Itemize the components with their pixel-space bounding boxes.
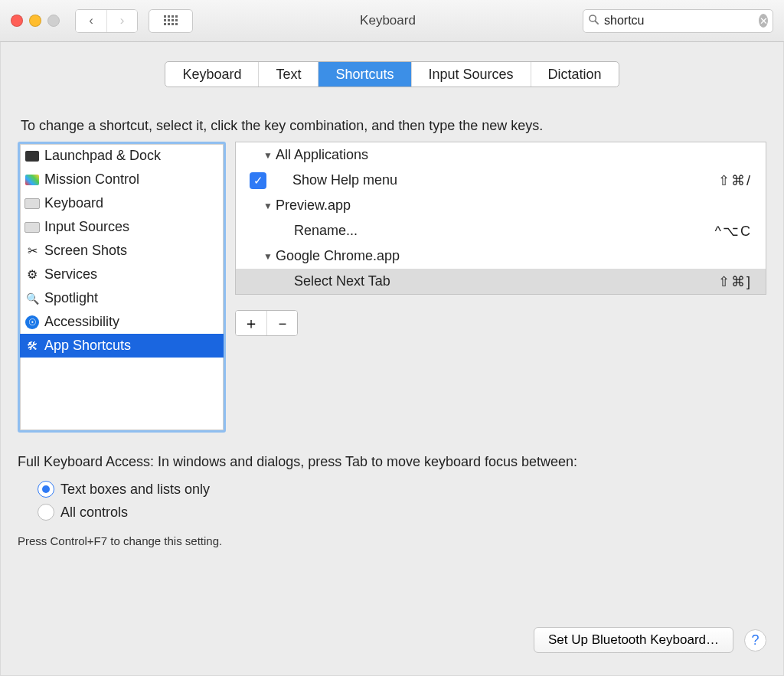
close-window-button[interactable] — [11, 15, 23, 27]
grid-icon — [164, 15, 178, 26]
sidebar-item-label: Keyboard — [44, 195, 103, 211]
sidebar-item-label: Input Sources — [44, 219, 129, 235]
svg-rect-8 — [164, 23, 166, 25]
shortcut-label: Show Help menu — [292, 172, 718, 188]
shortcut-list[interactable]: ▼All Applications✓Show Help menu⇧⌘/▼Prev… — [235, 142, 766, 295]
tab-input-sources[interactable]: Input Sources — [411, 62, 531, 87]
sidebar-item-screen-shots[interactable]: ✂︎Screen Shots — [20, 239, 224, 263]
mission-control-icon — [24, 172, 40, 188]
tab-dictation[interactable]: Dictation — [531, 62, 619, 87]
sidebar-item-spotlight[interactable]: 🔍Spotlight — [20, 286, 224, 310]
instructions-text: To change a shortcut, select it, click t… — [21, 118, 763, 134]
group-name: Preview.app — [276, 198, 351, 214]
launchpad-dock-icon — [24, 149, 40, 164]
svg-rect-11 — [175, 23, 178, 25]
radio-label: All controls — [60, 505, 128, 521]
window: ‹ › Keyboard ✕ — [0, 0, 784, 676]
checkbox[interactable]: ✓ — [250, 172, 266, 189]
sidebar-item-label: Spotlight — [44, 290, 98, 306]
pref-tabbar: KeyboardTextShortcutsInput SourcesDictat… — [165, 61, 619, 87]
shortcut-keys: ^⌥C — [715, 223, 752, 240]
content-pane: KeyboardTextShortcutsInput SourcesDictat… — [18, 61, 766, 653]
shortcut-keys: ⇧⌘/ — [718, 172, 752, 189]
remove-shortcut-button[interactable]: － — [266, 311, 297, 335]
svg-rect-0 — [164, 15, 166, 18]
shortcut-label: Select Next Tab — [294, 273, 718, 289]
minus-icon: － — [275, 315, 290, 331]
footer: Set Up Bluetooth Keyboard… ? — [18, 616, 766, 653]
disclosure-triangle-icon: ▼ — [263, 150, 273, 161]
screen-shots-icon: ✂︎ — [24, 243, 40, 259]
show-all-prefs-button[interactable] — [149, 9, 193, 33]
spotlight-icon: 🔍 — [24, 291, 40, 306]
search-input[interactable] — [603, 13, 759, 28]
tab-keyboard[interactable]: Keyboard — [165, 62, 258, 87]
sidebar-item-launchpad-dock[interactable]: Launchpad & Dock — [20, 144, 224, 168]
shortcut-keys: ⇧⌘] — [718, 273, 752, 290]
plus-icon: ＋ — [243, 315, 259, 331]
sidebar-item-label: Mission Control — [44, 171, 139, 188]
add-remove-seg: ＋ － — [235, 310, 298, 336]
services-icon: ⚙︎ — [24, 267, 40, 282]
shortcut-row[interactable]: ✓Show Help menu⇧⌘/ — [236, 168, 766, 193]
sidebar-item-keyboard[interactable]: Keyboard — [20, 191, 224, 215]
tab-shortcuts[interactable]: Shortcuts — [318, 62, 410, 87]
sidebar-item-label: Launchpad & Dock — [44, 148, 161, 164]
sidebar-item-label: App Shortcuts — [44, 338, 131, 354]
search-field[interactable]: ✕ — [583, 9, 773, 33]
svg-rect-9 — [168, 23, 170, 25]
shortcut-row[interactable]: Rename...^⌥C — [236, 218, 766, 243]
sidebar-item-app-shortcuts[interactable]: 🛠App Shortcuts — [20, 334, 224, 358]
titlebar: ‹ › Keyboard ✕ — [0, 0, 784, 42]
zoom-window-button[interactable] — [47, 15, 60, 27]
sidebar-item-services[interactable]: ⚙︎Services — [20, 263, 224, 286]
accessibility-icon: ☉ — [24, 315, 40, 330]
clear-search-button[interactable]: ✕ — [759, 14, 768, 28]
sidebar-item-mission-control[interactable]: Mission Control — [20, 168, 224, 191]
sidebar-item-input-sources[interactable]: Input Sources — [20, 215, 224, 239]
traffic-lights — [11, 15, 60, 27]
full-access-hint: Press Control+F7 to change this setting. — [18, 534, 766, 547]
group-name: All Applications — [276, 147, 368, 163]
below-columns: ＋ － — [235, 302, 766, 336]
shortcut-row[interactable]: Select Next Tab⇧⌘] — [236, 269, 766, 294]
svg-rect-4 — [164, 19, 166, 21]
tab-text[interactable]: Text — [258, 62, 318, 87]
shortcut-group[interactable]: ▼Preview.app — [236, 193, 766, 218]
window-title: Keyboard — [360, 13, 416, 28]
question-icon: ? — [751, 632, 759, 648]
category-sidebar[interactable]: Launchpad & DockMission ControlKeyboardI… — [18, 142, 226, 433]
radio-button[interactable] — [38, 504, 54, 521]
add-shortcut-button[interactable]: ＋ — [236, 311, 266, 335]
radio-option[interactable]: All controls — [38, 501, 766, 524]
disclosure-triangle-icon: ▼ — [263, 201, 273, 211]
app-shortcuts-icon: 🛠 — [24, 338, 40, 354]
svg-rect-1 — [168, 15, 170, 18]
sidebar-item-label: Services — [44, 266, 97, 282]
sidebar-item-accessibility[interactable]: ☉Accessibility — [20, 310, 224, 334]
disclosure-triangle-icon: ▼ — [263, 251, 273, 262]
chevron-left-icon: ‹ — [89, 13, 93, 28]
shortcut-label: Rename... — [294, 223, 715, 239]
minimize-window-button[interactable] — [29, 15, 41, 27]
radio-option[interactable]: Text boxes and lists only — [38, 478, 766, 501]
input-sources-icon — [24, 220, 40, 235]
shortcut-group[interactable]: ▼All Applications — [236, 142, 766, 168]
setup-bluetooth-button[interactable]: Set Up Bluetooth Keyboard… — [534, 627, 733, 653]
full-access-radio-group: Text boxes and lists onlyAll controls — [18, 478, 766, 524]
help-button[interactable]: ? — [744, 629, 766, 652]
full-access-label: Full Keyboard Access: In windows and dia… — [18, 454, 766, 470]
columns: Launchpad & DockMission ControlKeyboardI… — [18, 142, 766, 433]
svg-rect-6 — [172, 19, 174, 21]
nav-back-button[interactable]: ‹ — [76, 10, 106, 32]
svg-rect-2 — [172, 15, 174, 18]
svg-rect-10 — [172, 23, 174, 25]
nav-forward-button[interactable]: › — [106, 10, 137, 32]
svg-rect-3 — [175, 15, 178, 18]
detail-column: ▼All Applications✓Show Help menu⇧⌘/▼Prev… — [235, 142, 766, 336]
shortcut-group[interactable]: ▼Google Chrome.app — [236, 243, 766, 269]
keyboard-icon — [24, 196, 40, 211]
checkmark-icon: ✓ — [253, 174, 263, 188]
radio-button[interactable] — [38, 481, 54, 498]
svg-line-13 — [596, 21, 599, 24]
